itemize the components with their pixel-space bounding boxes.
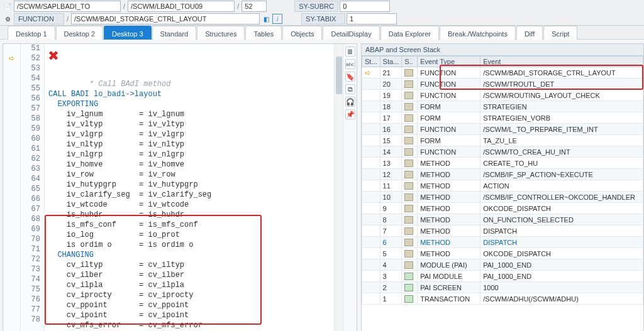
headphones-icon[interactable]: 🎧 [345, 97, 355, 107]
sy-tabix-value[interactable]: 1 [347, 13, 397, 24]
stack-row[interactable]: 13METHODCREATE_TO_HU [362, 158, 643, 169]
stack-row[interactable]: 6METHODDISPATCH [362, 237, 643, 248]
stack-row[interactable]: 19FUNCTION/SCWM/ROUTING_LAYOUT_CHECK [362, 90, 643, 101]
stack-type-icon [404, 261, 413, 269]
pin-icon[interactable]: 📌 [345, 109, 355, 119]
scroll-thumb[interactable] [336, 57, 342, 94]
tab-desktop-1[interactable]: Desktop 1 [8, 26, 55, 40]
sy-tabix-label: SY-TABIX [301, 13, 345, 24]
line-field[interactable]: 52 [242, 1, 267, 12]
stack-row[interactable]: 8METHODON_FUNCTION_SELECTED [362, 214, 643, 225]
stack-type-icon [404, 250, 413, 258]
call-stack-pane: ABAP and Screen Stack St...Sta...S..Even… [361, 43, 644, 331]
tab-structures[interactable]: Structures [197, 26, 245, 40]
tab-break-watchpoints[interactable]: Break./Watchpoints [440, 26, 516, 40]
stack-col-4[interactable]: Event [480, 57, 643, 67]
proc-name-field[interactable]: /SCWM/BADI_STORAGE_CTRL_LAYOUT [71, 13, 260, 24]
tab-diff[interactable]: Diff [516, 26, 543, 40]
tab-standard[interactable]: Standard [152, 26, 197, 40]
stack-type-icon [404, 69, 413, 77]
toolbar: 📄 /SCWM/SAPLBADI_TO / /SCWM/LBADI_TOU09 … [0, 0, 644, 26]
tab-objects[interactable]: Objects [282, 26, 322, 40]
toolbar-row-2: ⚙ FUNCTION / /SCWM/BADI_STORAGE_CTRL_LAY… [0, 13, 644, 25]
stack-type-icon [404, 137, 413, 144]
code-area[interactable]: ✖ * Call BAdI methodCALL BADI lo_badi->l… [45, 44, 334, 331]
program-field[interactable]: /SCWM/SAPLBADI_TO [14, 1, 121, 12]
stack-row[interactable]: ➪21FUNCTION/SCWM/BADI_STORAGE_CTRL_LAYOU… [362, 67, 643, 79]
stack-type-icon [404, 182, 413, 190]
stack-title: ABAP and Screen Stack [362, 44, 643, 56]
tab-detaildisplay[interactable]: DetailDisplay [323, 26, 379, 40]
current-frame-arrow: ➪ [365, 68, 371, 77]
stack-type-icon [404, 92, 413, 99]
stack-row[interactable]: 9METHODOKCODE_DISPATCH [362, 203, 643, 214]
stack-row[interactable]: 12METHOD/SCMB/IF_SP_ACTION~EXECUTE [362, 169, 643, 180]
error-mark-icon: ✖ [48, 45, 59, 67]
outline-icon[interactable]: ≣ [345, 46, 355, 57]
stack-col-2[interactable]: S.. [402, 57, 418, 67]
stack-type-icon [404, 126, 413, 133]
sep: / [65, 15, 70, 23]
breakpoint-gutter[interactable]: ➪ [3, 44, 21, 331]
sy-subrc-value[interactable]: 0 [340, 1, 390, 12]
stack-row[interactable]: 10METHOD/SCMB/IF_CONTROLLER~OKCODE_HANDL… [362, 192, 643, 203]
current-line-arrow: ➪ [3, 54, 20, 63]
tab-tables[interactable]: Tables [245, 26, 282, 40]
sep: / [122, 3, 126, 10]
stack-row[interactable]: 11METHODACTION [362, 180, 643, 192]
stack-type-icon [404, 148, 413, 156]
stack-type-icon [404, 114, 413, 122]
stack-row[interactable]: 2PAI SCREEN1000 [362, 282, 643, 293]
where-used-icon[interactable]: ⧉ [345, 84, 355, 94]
abc-icon[interactable]: abc [345, 59, 355, 69]
stack-row[interactable]: 5METHODOKCODE_DISPATCH [362, 248, 643, 259]
stack-col-0[interactable]: St... [362, 57, 380, 67]
stack-col-1[interactable]: Sta... [380, 57, 402, 67]
main-area: ➪ 51525354555657585960616263646566676869… [0, 40, 644, 331]
stack-row[interactable]: 20FUNCTION/SCWM/TROUTL_DET [362, 79, 643, 90]
tab-data-explorer[interactable]: Data Explorer [380, 26, 439, 40]
line-numbers: 5152535455565758596061626364656667686970… [21, 44, 45, 331]
stack-row[interactable]: 16FUNCTION/SCWM/L_TO_PREPARE_ITEM_INT [362, 124, 643, 135]
code-editor: ➪ 51525354555657585960616263646566676869… [3, 43, 357, 331]
proc-type-label: FUNCTION [14, 13, 64, 24]
stack-type-icon [404, 80, 413, 88]
stack-type-icon [404, 239, 413, 246]
stack-type-icon [404, 227, 413, 235]
stack-type-icon [404, 171, 413, 178]
sep: / [236, 3, 240, 10]
stack-row[interactable]: 17FORMSTRATEGIEN_VORB [362, 112, 643, 124]
toolbar-row-1: 📄 /SCWM/SAPLBADI_TO / /SCWM/LBADI_TOU09 … [0, 0, 644, 13]
stack-type-icon [404, 216, 413, 224]
stack-row[interactable]: 14FUNCTION/SCWM/TO_CREA_HU_INT [362, 146, 643, 158]
stack-row[interactable]: 18FORMSTRATEGIEN [362, 101, 643, 112]
gear-icon[interactable]: ⚙ [3, 14, 13, 24]
editor-side-toolbar: ≣ abc 🔖 ⧉ 🎧 📌 [343, 44, 357, 331]
stack-row[interactable]: 1TRANSACTION/SCWM/ADHU(/SCWM/ADHU) [362, 293, 643, 305]
editor-vscroll[interactable] [334, 44, 343, 331]
stack-type-icon [404, 273, 413, 280]
stack-row[interactable]: 3PAI MODULEPAI_1000_END [362, 271, 643, 282]
stack-type-icon [404, 205, 413, 212]
include-field[interactable]: /SCWM/LBADI_TOU09 [128, 1, 235, 12]
stack-row[interactable]: 7METHODDISPATCH [362, 225, 643, 237]
stack-table[interactable]: St...Sta...S..Event TypeEvent ➪21FUNCTIO… [362, 56, 643, 305]
program-icon: 📄 [3, 1, 13, 11]
stack-row[interactable]: 4MODULE (PAI)PAI_1000_END [362, 259, 643, 271]
stack-type-icon [404, 193, 413, 201]
desktop-tabs: Desktop 1Desktop 2Desktop 3StandardStruc… [0, 26, 644, 40]
sy-subrc-label: SY-SUBRC [294, 1, 338, 12]
tab-desktop-3[interactable]: Desktop 3 [104, 26, 152, 40]
stack-type-icon [404, 295, 413, 303]
stack-col-3[interactable]: Event Type [418, 57, 480, 67]
info-icon[interactable]: i [272, 14, 282, 24]
nav-back-icon[interactable]: ◧ [261, 14, 271, 24]
tab-script[interactable]: Script [543, 26, 577, 40]
stack-type-icon [404, 103, 413, 111]
tab-desktop-2[interactable]: Desktop 2 [56, 26, 104, 40]
stack-type-icon [404, 160, 413, 167]
stack-row[interactable]: 15FORMTA_ZU_LE [362, 135, 643, 146]
bookmark-icon[interactable]: 🔖 [345, 72, 355, 82]
stack-type-icon [404, 284, 413, 291]
